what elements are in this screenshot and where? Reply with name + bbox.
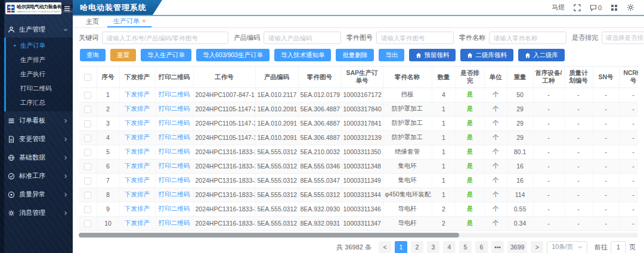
print-qrcode-link[interactable]: 打印二维码 <box>159 119 190 126</box>
print-qrcode-link[interactable]: 打印二维码 <box>159 176 190 183</box>
print-qrcode-link[interactable]: 打印二维码 <box>159 148 190 155</box>
toolbar-button-7[interactable]: 预留领料 <box>409 49 456 61</box>
cell-quality_plan_no: - <box>564 173 593 188</box>
username[interactable]: 马煜 <box>552 3 565 12</box>
messages-button[interactable]: 0 <box>590 4 602 11</box>
issue-production-link[interactable]: 下发排产 <box>125 119 150 126</box>
row-checkbox[interactable] <box>84 163 91 170</box>
chevron-right-icon <box>63 174 68 179</box>
toolbar-button-3[interactable]: 导入603/903生产订单 <box>196 49 270 61</box>
issue-production-link[interactable]: 下发排产 <box>125 162 150 169</box>
filter-input-3[interactable] <box>489 32 566 44</box>
page-size-select[interactable]: 10条/页 <box>547 241 587 253</box>
row-checkbox[interactable] <box>84 106 91 113</box>
scheduled-flag: 是 <box>467 176 473 183</box>
sidebar-item-1[interactable]: 变更管理 <box>0 130 73 148</box>
tab-production-order[interactable]: 生产订单 × <box>107 16 151 27</box>
print-qrcode-link[interactable]: 打印二维码 <box>159 162 190 169</box>
issue-production-link[interactable]: 下发排产 <box>125 105 150 112</box>
sidebar-subitem-0[interactable]: 生产订单 <box>6 39 73 53</box>
table-row: 2下发排产打印二维码2024HPC1105-1147-21EA.010.2091… <box>79 102 638 116</box>
column-header: 首序设备/工种 <box>533 67 564 88</box>
issue-production-link[interactable]: 下发排产 <box>125 148 150 155</box>
filter-input-0[interactable] <box>102 32 228 44</box>
row-checkbox[interactable] <box>84 192 91 199</box>
content-area: 关键词产品编码零件图号零件名称是否排完请选择是否排完 查询重置导入生产订单导入6… <box>73 28 644 253</box>
goto-page-input[interactable] <box>611 241 626 253</box>
close-icon[interactable]: × <box>142 18 145 24</box>
next-page-button[interactable]: > <box>531 241 543 253</box>
issue-production-link[interactable]: 下发排产 <box>125 190 150 198</box>
page-button-4[interactable]: 4 <box>443 241 456 253</box>
scheduled-flag: 是 <box>467 133 473 140</box>
toolbar-button-5[interactable]: 批量删除 <box>336 49 374 61</box>
filter-input-2[interactable] <box>376 32 454 44</box>
page-button-3[interactable]: 3 <box>427 241 439 253</box>
cell-part_name: φ450集电环装配 <box>383 188 432 202</box>
cell-seq: 7 <box>97 173 119 188</box>
row-checkbox[interactable] <box>84 92 91 99</box>
toolbar-button-0[interactable]: 查询 <box>80 49 106 61</box>
toolbar-button-1[interactable]: 重置 <box>110 49 136 61</box>
sidebar-subitem-2[interactable]: 生产执行 <box>6 67 73 82</box>
sidebar-item-production-management[interactable]: 生产管理 <box>0 21 73 38</box>
tab-home[interactable]: 主页 <box>80 16 105 27</box>
page-button-2[interactable]: 2 <box>411 241 423 253</box>
cell-sn_no: - <box>593 173 619 188</box>
select-all-checkbox[interactable] <box>84 74 91 81</box>
page-button-6[interactable]: 6 <box>475 241 488 253</box>
row-checkbox[interactable] <box>84 220 91 227</box>
toolbar-button-9[interactable]: 入二级库 <box>518 49 565 61</box>
print-qrcode-link[interactable]: 打印二维码 <box>159 105 190 112</box>
page-ellipsis[interactable]: ••• <box>491 241 504 253</box>
row-checkbox[interactable] <box>84 135 91 142</box>
filter-input-1[interactable] <box>264 32 341 44</box>
cell-part_no: 8EA.932.0930 <box>298 202 341 216</box>
issue-production-link[interactable]: 下发排产 <box>125 133 150 140</box>
sidebar-subitem-1[interactable]: 生产排产 <box>6 53 73 67</box>
sidebar-subitem-3[interactable]: 打印二维码 <box>6 82 73 96</box>
toolbar-button-6[interactable]: 导出 <box>379 49 404 61</box>
issue-production-link[interactable]: 下发排产 <box>125 219 150 226</box>
issue-production-link[interactable]: 下发排产 <box>125 90 150 98</box>
sidebar-item-3[interactable]: 标准工序 <box>0 167 73 185</box>
row-checkbox[interactable] <box>84 120 91 127</box>
fullscreen-icon[interactable] <box>574 4 581 11</box>
sidebar-item-0[interactable]: 订单看板 <box>0 111 73 130</box>
toolbar-button-4[interactable]: 导入技术通知单 <box>274 49 332 61</box>
scrollbar-thumb[interactable] <box>79 233 459 238</box>
sidebar-subitem-4[interactable]: 工序汇总 <box>6 96 73 110</box>
issue-production-link[interactable]: 下发排产 <box>125 205 150 212</box>
chevron-down-icon <box>63 27 68 32</box>
cell-product_code: 5EA.555.0312 <box>255 145 298 159</box>
column-header: 单位 <box>484 67 507 88</box>
page-button-5[interactable]: 5 <box>459 241 472 253</box>
prev-page-button[interactable]: < <box>379 241 391 253</box>
toolbar-button-8[interactable]: 二级库领料 <box>460 49 513 61</box>
sidebar-item-label: 订单看板 <box>19 116 59 125</box>
issue-production-link[interactable]: 下发排产 <box>125 176 150 183</box>
sidebar-item-2[interactable]: 基础数据 <box>0 148 73 167</box>
gear-icon[interactable] <box>627 4 634 11</box>
row-checkbox[interactable] <box>84 206 91 213</box>
row-checkbox[interactable] <box>84 177 91 185</box>
cell-sn_no: - <box>593 216 619 230</box>
cell-weight: 16 <box>507 159 533 173</box>
page-button-1[interactable]: 1 <box>395 241 407 253</box>
print-qrcode-link[interactable]: 打印二维码 <box>159 219 190 226</box>
cell-work_no: 2024HPC1007-847-1 <box>193 88 255 102</box>
sidebar-item-5[interactable]: 消息管理 <box>0 204 73 222</box>
filter-select-4[interactable]: 请选择是否排完 <box>602 32 644 44</box>
print-qrcode-link[interactable]: 打印二维码 <box>159 205 190 212</box>
print-qrcode-link[interactable]: 打印二维码 <box>159 190 190 198</box>
row-checkbox[interactable] <box>84 149 91 156</box>
page-button-3699[interactable]: 3699 <box>507 241 527 253</box>
cell-ncr_no: - <box>619 102 638 116</box>
sidebar-item-4[interactable]: 质量异常 <box>0 185 73 204</box>
horizontal-scrollbar[interactable] <box>79 233 638 238</box>
print-qrcode-link[interactable]: 打印二维码 <box>159 90 190 98</box>
print-qrcode-link[interactable]: 打印二维码 <box>159 133 190 140</box>
toolbar-button-2[interactable]: 导入生产订单 <box>141 49 191 61</box>
cell-qty: 1 <box>432 102 456 116</box>
apps-grid-icon[interactable] <box>611 4 618 11</box>
